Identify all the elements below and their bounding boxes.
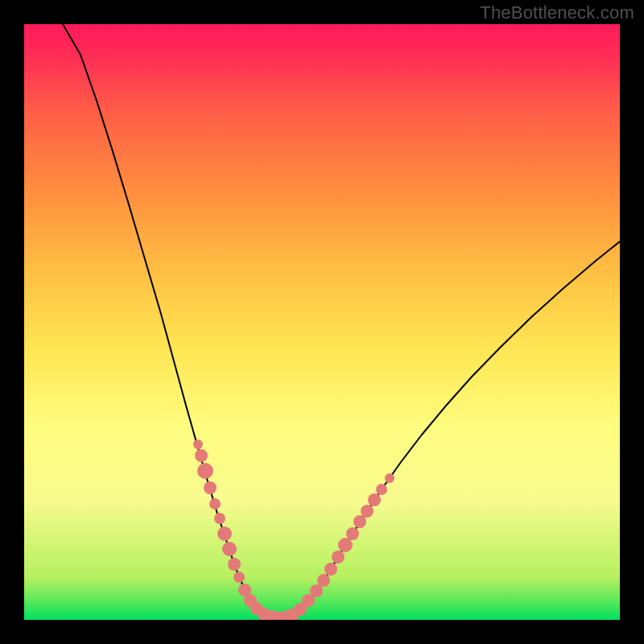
curve-marker [228, 558, 241, 571]
v-curve-line [63, 24, 620, 618]
curve-marker [317, 574, 330, 587]
curve-marker [222, 542, 237, 556]
curve-marker [332, 551, 345, 564]
curve-marker [193, 440, 203, 449]
plot-area [24, 24, 620, 620]
curve-marker [361, 505, 374, 518]
curve-marker [324, 563, 337, 576]
curve-markers [193, 440, 394, 620]
chart-frame: TheBottleneck.com [0, 0, 644, 644]
chart-svg [24, 24, 620, 620]
curve-marker [217, 526, 232, 541]
curve-marker [346, 527, 359, 540]
curve-marker [209, 498, 221, 510]
curve-marker [204, 481, 217, 494]
curve-marker [338, 538, 353, 552]
curve-marker [385, 473, 394, 483]
curve-marker [353, 515, 366, 528]
watermark-label: TheBottleneck.com [480, 2, 634, 23]
curve-marker [197, 463, 213, 479]
curve-marker [214, 513, 225, 524]
curve-marker [376, 484, 387, 495]
curve-marker [233, 572, 245, 583]
curve-marker [195, 449, 208, 462]
curve-marker [310, 584, 323, 597]
curve-marker [368, 493, 381, 506]
